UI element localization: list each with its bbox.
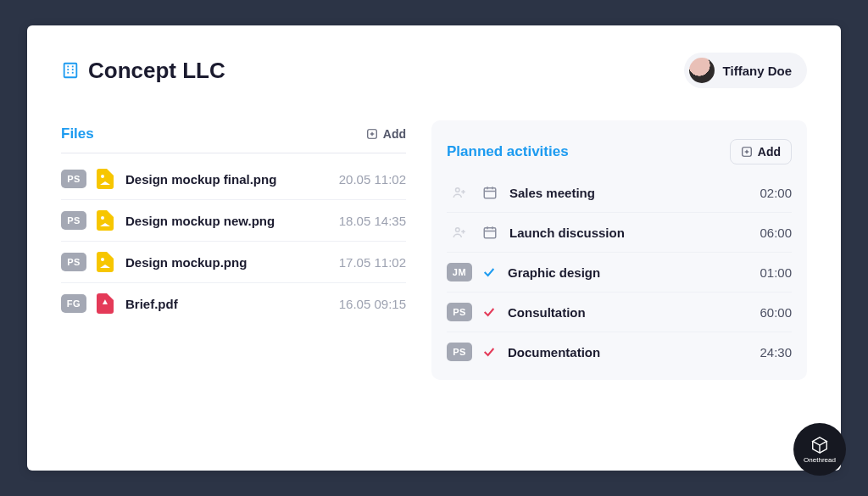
- activity-time: 02:00: [760, 186, 792, 200]
- file-timestamp: 20.05 11:02: [339, 172, 406, 187]
- plus-icon: [741, 146, 753, 158]
- building-icon: [61, 61, 80, 80]
- files-title: Files: [61, 125, 94, 142]
- activity-time: 24:30: [760, 345, 792, 359]
- activity-time: 01:00: [760, 265, 792, 280]
- files-panel: Files Add PS Design mockup final.png 20.…: [61, 120, 406, 380]
- image-file-icon: [97, 169, 114, 189]
- file-name: Design mockup final.png: [125, 172, 339, 187]
- calendar-icon: [482, 185, 498, 200]
- svg-rect-0: [64, 64, 77, 78]
- calendar-icon: [482, 225, 498, 240]
- cube-icon: [810, 436, 829, 454]
- user-badge: [447, 223, 472, 242]
- file-row[interactable]: FG ▲ Brief.pdf 16.05 09:15: [61, 283, 406, 324]
- activity-name: Documentation: [508, 345, 760, 359]
- file-name: Brief.pdf: [125, 297, 339, 311]
- file-row[interactable]: PS Design mockup new.png 18.05 14:35: [61, 200, 406, 242]
- user-chip[interactable]: Tiffany Doe: [684, 53, 807, 88]
- file-row[interactable]: PS Design mockup final.png 20.05 11:02: [61, 159, 406, 200]
- activity-name: Sales meeting: [509, 186, 760, 200]
- pdf-file-icon: ▲: [97, 293, 114, 314]
- user-badge: PS: [61, 253, 86, 271]
- activities-panel-head: Planned activities Add: [447, 134, 792, 171]
- activity-row[interactable]: JM Graphic design 01:00: [447, 253, 792, 293]
- activity-row[interactable]: PS Consultation 60:00: [447, 293, 792, 332]
- image-file-icon: [97, 210, 114, 231]
- columns: Files Add PS Design mockup final.png 20.…: [61, 120, 807, 380]
- user-plus-icon: [452, 185, 467, 200]
- svg-point-20: [456, 228, 460, 232]
- files-add-label: Add: [383, 127, 406, 141]
- files-add-button[interactable]: Add: [366, 127, 406, 141]
- activity-time: 06:00: [760, 226, 792, 240]
- check-icon: [482, 345, 496, 359]
- user-badge: PS: [447, 303, 472, 321]
- activity-row[interactable]: Sales meeting 02:00: [447, 173, 792, 213]
- app-card: Concept LLC Tiffany Doe Files Add PS Des…: [27, 25, 841, 471]
- svg-rect-16: [484, 188, 496, 198]
- file-timestamp: 16.05 09:15: [339, 297, 406, 311]
- file-name: Design mockup.png: [125, 255, 339, 270]
- file-row[interactable]: PS Design mockup.png 17.05 11:02: [61, 242, 406, 283]
- onethread-logo: Onethread: [793, 423, 846, 476]
- user-badge: PS: [61, 170, 86, 188]
- user-badge: JM: [447, 263, 472, 281]
- user-badge: PS: [447, 343, 472, 361]
- user-badge: PS: [61, 211, 86, 230]
- activities-panel: Planned activities Add Sales meeting 02:…: [431, 120, 807, 380]
- header: Concept LLC Tiffany Doe: [61, 53, 807, 88]
- user-name: Tiffany Doe: [723, 64, 792, 78]
- user-plus-icon: [452, 225, 467, 240]
- user-badge: FG: [61, 294, 86, 313]
- file-name: Design mockup new.png: [125, 214, 339, 228]
- svg-rect-23: [484, 228, 496, 238]
- activities-add-label: Add: [758, 145, 781, 159]
- check-icon: [482, 265, 496, 279]
- user-badge: [447, 183, 472, 202]
- brand-name: Onethread: [804, 456, 836, 464]
- check-icon: [482, 305, 496, 319]
- activity-name: Consultation: [508, 305, 760, 320]
- svg-point-13: [456, 188, 460, 192]
- activities-title: Planned activities: [447, 143, 569, 160]
- activity-row[interactable]: Launch discussion 06:00: [447, 213, 792, 253]
- activity-row[interactable]: PS Documentation 24:30: [447, 332, 792, 371]
- activities-add-button[interactable]: Add: [730, 139, 792, 164]
- file-timestamp: 17.05 11:02: [339, 255, 406, 270]
- activity-time: 60:00: [760, 305, 792, 320]
- title-group: Concept LLC: [61, 58, 225, 84]
- file-timestamp: 18.05 14:35: [339, 214, 406, 228]
- page-title: Concept LLC: [88, 58, 225, 84]
- image-file-icon: [97, 252, 114, 272]
- avatar: [689, 58, 715, 83]
- files-panel-head: Files Add: [61, 120, 406, 153]
- activity-name: Launch discussion: [509, 226, 760, 240]
- plus-icon: [366, 128, 378, 140]
- activity-name: Graphic design: [508, 265, 760, 280]
